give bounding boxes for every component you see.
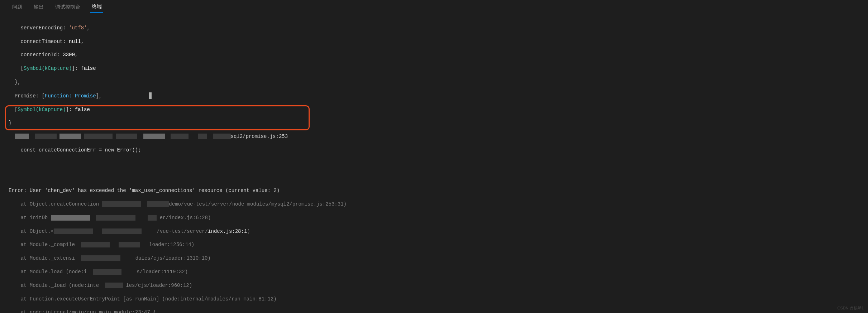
redacted: [147, 201, 169, 207]
text: dules/cjs/loader:1310:10): [135, 255, 211, 261]
text: ): [247, 228, 250, 234]
text: Symbol(kCapture): [24, 66, 72, 71]
text: Function: Promise: [45, 93, 96, 99]
text: null: [69, 39, 81, 44]
text: ,: [81, 39, 84, 44]
text: ]:: [72, 66, 81, 71]
redacted: [198, 134, 207, 139]
text: /vue-test/server/: [157, 228, 208, 234]
text: ]: [96, 93, 99, 99]
redacted: [171, 134, 189, 139]
tab-debug-console[interactable]: 调试控制台: [54, 2, 82, 13]
text: Promise:: [9, 93, 42, 99]
text: ,: [99, 93, 102, 99]
redacted: [81, 242, 110, 247]
text: 3300: [63, 52, 75, 58]
stack-line: at Module._compile: [9, 242, 75, 247]
text: [9, 174, 11, 180]
stack-line: at Module.load (node:i: [9, 269, 87, 275]
text: false: [81, 66, 96, 71]
redacted: [54, 228, 93, 234]
text: connectionId:: [9, 52, 63, 58]
text: sql2/promise.js:253: [231, 134, 288, 139]
text: loader:1256:14): [149, 242, 194, 247]
redacted: [93, 269, 121, 275]
redacted: [102, 228, 142, 234]
stack-line: at initDb: [9, 215, 51, 221]
text: ,: [87, 25, 90, 31]
text: 'utf8': [69, 25, 87, 31]
redacted: [81, 255, 120, 261]
text: er/index.js:6:28): [159, 215, 211, 221]
redacted: [96, 215, 135, 221]
redacted: [119, 242, 140, 247]
text: node_modules/mysql2: [232, 201, 290, 207]
text: ,: [75, 52, 78, 58]
redacted: [84, 134, 113, 139]
tab-terminal[interactable]: 终端: [90, 1, 103, 13]
redacted: [35, 134, 57, 139]
redacted: [148, 215, 157, 221]
stack-line: at Function.executeUserEntryPoint [as ru…: [9, 296, 277, 302]
redacted: [102, 201, 141, 207]
text: index.js:28:1: [208, 228, 247, 234]
text: les/cjs/loader:960:12): [126, 283, 192, 288]
text: }: [9, 120, 11, 126]
cursor: [149, 92, 152, 99]
text: serverEncoding:: [9, 25, 69, 31]
text: [: [9, 66, 24, 71]
text: Symbol(kCapture): [18, 107, 66, 112]
redacted: [116, 134, 137, 139]
watermark: CSDN @杨琴1: [837, 305, 864, 311]
text: ]:: [66, 107, 75, 112]
text: const createConnectionErr = new Error();: [9, 147, 141, 153]
text: [: [9, 107, 18, 112]
text: },: [9, 79, 21, 85]
text: false: [75, 107, 90, 112]
error-message: Error: User 'chen_dev' has exceeded the …: [9, 188, 280, 193]
text: [: [42, 93, 44, 99]
text: connectTimeout:: [9, 39, 69, 44]
panel-tabs: 问题 输出 调试控制台 终端: [0, 0, 868, 14]
redacted: [15, 134, 29, 139]
redacted: [51, 215, 90, 221]
stack-line: at node:internal/main/run_main_module:23…: [9, 309, 156, 313]
redacted: [143, 134, 165, 139]
tab-output[interactable]: 输出: [32, 2, 45, 13]
text: [9, 161, 11, 167]
stack-line: at Object.<: [9, 228, 54, 234]
redacted: [105, 283, 123, 288]
text: demo/vue-test/server/: [169, 201, 232, 207]
stack-line: at Object.createConnection: [9, 201, 102, 207]
tab-problems[interactable]: 问题: [11, 2, 24, 13]
redacted: [59, 134, 81, 139]
text: /promise.js:253:31): [289, 201, 347, 207]
terminal-output[interactable]: serverEncoding: 'utf8', connectTimeout: …: [0, 14, 868, 313]
stack-line: at Module._extensi: [9, 255, 75, 261]
stack-line: at Module._load (node:inte: [9, 283, 99, 288]
redacted: [213, 134, 231, 139]
text: s/loader:1119:32): [137, 269, 188, 275]
